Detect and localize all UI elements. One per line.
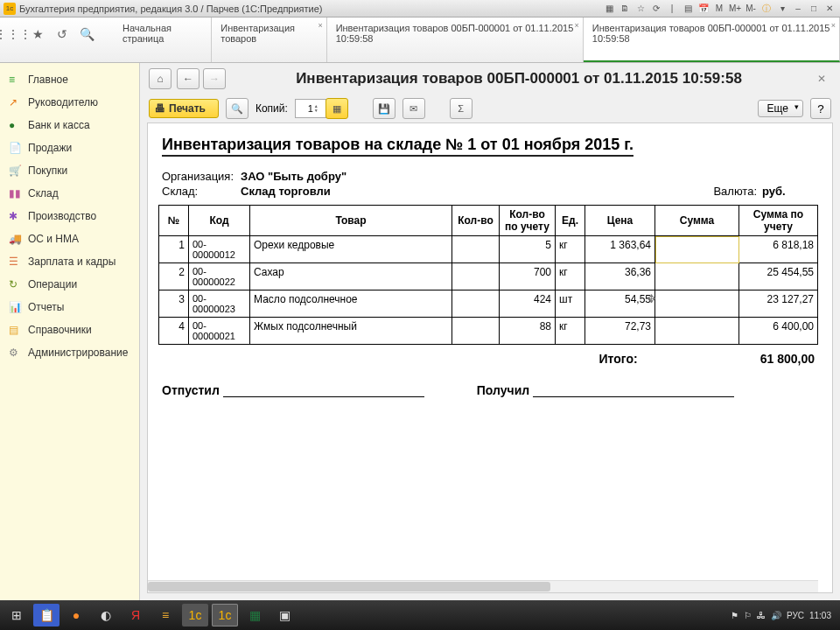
cell-qty[interactable] bbox=[452, 236, 500, 263]
cell-n[interactable]: 3 bbox=[159, 290, 189, 318]
cell-name[interactable]: Жмых подсолнечный bbox=[250, 318, 452, 345]
tray-clock[interactable]: 11:03 bbox=[809, 611, 831, 620]
cell-qty_acc[interactable]: 424 bbox=[500, 290, 556, 318]
cell-qty_acc[interactable]: 88 bbox=[500, 318, 556, 345]
tb-grid-icon[interactable]: ▦ bbox=[602, 3, 616, 15]
table-row[interactable]: 200-00000022Сахар700кг36,3625 454,55 bbox=[159, 263, 818, 290]
cell-code[interactable]: 00-00000012 bbox=[189, 236, 250, 263]
cell-qty[interactable] bbox=[452, 263, 500, 290]
tb-doc-icon[interactable]: 🗎 bbox=[618, 3, 632, 15]
task-firefox[interactable]: ● bbox=[63, 604, 89, 626]
tab-close-icon[interactable]: × bbox=[831, 21, 836, 30]
cell-name[interactable]: Орехи кедровые bbox=[250, 236, 452, 263]
star-icon[interactable]: ★ bbox=[30, 26, 46, 42]
tray-lang[interactable]: РУС bbox=[787, 611, 804, 620]
cell-unit[interactable]: кг bbox=[556, 263, 585, 290]
mail-button[interactable]: ✉ bbox=[402, 98, 425, 119]
cell-price[interactable]: 36,36 bbox=[585, 263, 655, 290]
cell-code[interactable]: 00-00000022 bbox=[189, 263, 250, 290]
cell-unit[interactable]: шт bbox=[556, 290, 585, 318]
cell-name[interactable]: Масло подсолнечное bbox=[250, 290, 452, 318]
cell-n[interactable]: 2 bbox=[159, 263, 189, 290]
task-chrome[interactable]: ◐ bbox=[93, 604, 119, 626]
sidebar-item-catalogs[interactable]: ▤Справочники bbox=[0, 318, 139, 341]
cell-sum[interactable] bbox=[655, 236, 739, 263]
search-icon[interactable]: 🔍 bbox=[79, 26, 94, 42]
sidebar-item-sales[interactable]: 📄Продажи bbox=[0, 136, 139, 159]
more-button[interactable]: Еще bbox=[758, 100, 803, 117]
tab-Инвентаризац[interactable]: Инвентаризация товаров× bbox=[212, 18, 326, 62]
minimize-button[interactable]: – bbox=[791, 3, 805, 15]
task-excel[interactable]: ▦ bbox=[242, 604, 268, 626]
cell-code[interactable]: 00-00000021 bbox=[189, 318, 250, 345]
task-burger[interactable]: ≡ bbox=[152, 604, 178, 626]
tb-mminus-btn[interactable]: M- bbox=[744, 3, 758, 15]
tb-m-btn[interactable]: M bbox=[712, 3, 726, 15]
sidebar-item-fixed[interactable]: 🚚ОС и НМА bbox=[0, 228, 139, 250]
table-row[interactable]: 100-00000012Орехи кедровые5кг1 363,646 8… bbox=[159, 236, 818, 263]
tray-volume-icon[interactable]: 🔊 bbox=[771, 611, 781, 620]
sidebar-item-reports[interactable]: 📊Отчеты bbox=[0, 296, 139, 318]
cell-price[interactable]: 54,55 bbox=[585, 290, 655, 318]
tb-mplus-btn[interactable]: M+ bbox=[728, 3, 742, 15]
tray-flag-icon[interactable]: ⚑ bbox=[731, 611, 738, 620]
cell-qty[interactable] bbox=[452, 290, 500, 318]
history-icon[interactable]: ↺ bbox=[54, 26, 70, 42]
sidebar-item-bank[interactable]: ●Банк и касса bbox=[0, 114, 139, 136]
tray-network-icon[interactable]: 🖧 bbox=[757, 611, 766, 620]
cell-n[interactable]: 4 bbox=[159, 318, 189, 345]
cell-name[interactable]: Сахар bbox=[250, 263, 452, 290]
cell-sum[interactable] bbox=[655, 290, 739, 318]
cell-sum_acc[interactable]: 23 127,27 bbox=[739, 290, 818, 318]
horizontal-scrollbar[interactable] bbox=[148, 580, 818, 592]
copies-input[interactable] bbox=[295, 99, 326, 118]
help-button[interactable]: ? bbox=[810, 98, 831, 119]
tb-calc-icon[interactable]: ▤ bbox=[681, 3, 695, 15]
sidebar-item-purchases[interactable]: 🛒Покупки bbox=[0, 159, 139, 182]
tb-info-icon[interactable]: ⓘ bbox=[760, 3, 774, 15]
apps-icon[interactable]: ⋮⋮⋮ bbox=[5, 26, 21, 42]
tb-star-icon[interactable]: ☆ bbox=[634, 3, 648, 15]
tray-action-icon[interactable]: ⚐ bbox=[744, 611, 752, 620]
sidebar-item-admin[interactable]: ⚙Администрирование bbox=[0, 341, 139, 364]
print-button[interactable]: 🖶 Печать bbox=[149, 99, 219, 118]
document-area[interactable]: Инвентаризация товаров на складе № 1 от … bbox=[147, 122, 833, 593]
cell-qty[interactable] bbox=[452, 318, 500, 345]
cell-unit[interactable]: кг bbox=[556, 318, 585, 345]
cell-sum[interactable] bbox=[655, 263, 739, 290]
sidebar-item-salary[interactable]: ☰Зарплата и кадры bbox=[0, 250, 139, 273]
cell-sum_acc[interactable]: 6 400,00 bbox=[739, 318, 818, 345]
scrollbar-thumb[interactable] bbox=[148, 582, 550, 592]
tb-cal-icon[interactable]: 📅 bbox=[696, 3, 710, 15]
sidebar-item-main[interactable]: ≡Главное bbox=[0, 68, 139, 91]
preview-button[interactable]: 🔍 bbox=[226, 98, 248, 119]
sidebar-item-production[interactable]: ✱Производство bbox=[0, 205, 139, 228]
tb-refresh-icon[interactable]: ⟳ bbox=[649, 3, 663, 15]
grid-toggle-button[interactable]: ▦ bbox=[326, 98, 348, 119]
table-row[interactable]: 300-00000023Масло подсолнечное424шт54,55… bbox=[159, 290, 818, 318]
cell-qty_acc[interactable]: 700 bbox=[500, 263, 556, 290]
start-button[interactable]: ⊞ bbox=[4, 604, 30, 626]
cell-price[interactable]: 1 363,64 bbox=[585, 236, 655, 263]
sidebar-item-manager[interactable]: ↗Руководителю bbox=[0, 91, 139, 114]
cell-unit[interactable]: кг bbox=[556, 236, 585, 263]
cell-n[interactable]: 1 bbox=[159, 236, 189, 263]
cell-sum[interactable] bbox=[655, 318, 739, 345]
tab-Инвентаризац[interactable]: Инвентаризация товаров 00БП-000001 от 01… bbox=[584, 18, 840, 62]
tab-close-icon[interactable]: × bbox=[575, 21, 579, 30]
tab-Инвентаризац[interactable]: Инвентаризация товаров 00БП-000001 от 01… bbox=[327, 18, 584, 62]
task-1c-b[interactable]: 1c bbox=[212, 604, 238, 626]
cell-qty_acc[interactable]: 5 bbox=[500, 236, 556, 263]
save-button[interactable]: 💾 bbox=[373, 98, 396, 119]
task-app-1[interactable]: 📋 bbox=[33, 604, 60, 626]
close-button[interactable]: ✕ bbox=[822, 3, 836, 15]
tb-dropdown-icon[interactable]: ▾ bbox=[775, 3, 789, 15]
tab-close-icon[interactable]: × bbox=[318, 21, 322, 30]
sum-button[interactable]: Σ bbox=[450, 98, 472, 119]
task-1c-a[interactable]: 1c bbox=[182, 604, 208, 626]
maximize-button[interactable]: □ bbox=[807, 3, 821, 15]
cell-price[interactable]: 72,73 bbox=[585, 318, 655, 345]
sidebar-item-warehouse[interactable]: ▮▮Склад bbox=[0, 182, 139, 205]
table-row[interactable]: 400-00000021Жмых подсолнечный88кг72,736 … bbox=[159, 318, 818, 345]
close-content-button[interactable]: ✕ bbox=[812, 73, 831, 85]
